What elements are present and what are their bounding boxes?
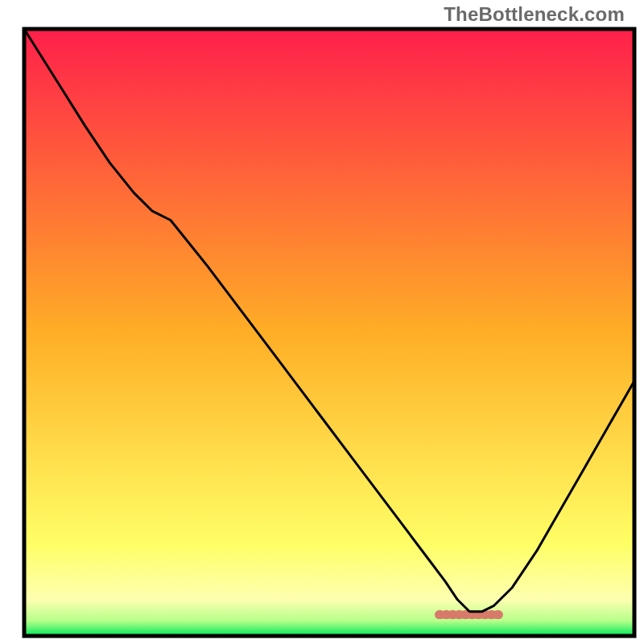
watermark-text: TheBottleneck.com: [444, 3, 625, 26]
plot-area: [24, 29, 634, 636]
chart-container: TheBottleneck.com: [0, 0, 644, 644]
bottleneck-chart: [0, 0, 644, 644]
gradient-background: [24, 29, 634, 636]
